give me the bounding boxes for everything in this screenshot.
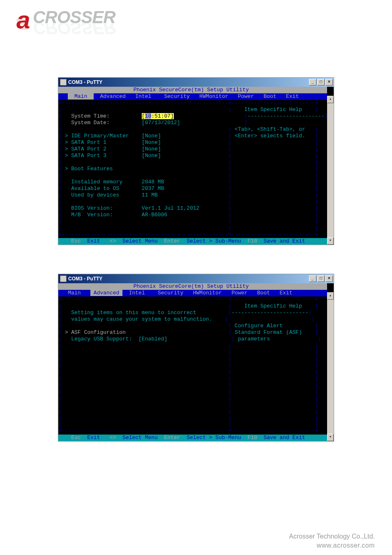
bios-body: | | Item Specific Help | | System Time: … xyxy=(58,106,327,231)
putty-window-main: COM3 - PuTTY _ □ × Phoenix SecureCore(tm… xyxy=(58,77,334,245)
sata-port-3[interactable]: > SATA Port 3 xyxy=(65,153,106,159)
terminal-area: Phoenix SecureCore(tm) Setup Utility Mai… xyxy=(58,87,334,245)
tab-intel[interactable]: Intel xyxy=(135,93,151,99)
warning-line-1: Setting items on this menu to incorrect xyxy=(71,310,196,316)
esc-key: Esc xyxy=(71,435,81,441)
tab-boot[interactable]: Boot xyxy=(263,93,276,99)
arrow-keys: <> xyxy=(110,435,116,441)
divider: +---------------------------------------… xyxy=(58,100,327,106)
divider: +---------------------------------------… xyxy=(58,428,327,435)
bios-version-label: BIOS Version: xyxy=(71,205,113,211)
system-time-label: System Time: xyxy=(71,113,110,119)
bios-utility-title: Phoenix SecureCore(tm) Setup Utility xyxy=(58,87,327,93)
tab-power[interactable]: Power xyxy=(231,290,247,296)
tab-hwmonitor[interactable]: HWMonitor xyxy=(193,290,222,296)
bios-body: | | Item Specific Help | | Setting items… xyxy=(58,303,327,428)
bios-menu-tabs[interactable]: Main Advanced Intel Security HWMonitor P… xyxy=(58,290,327,296)
installed-memory-value: 2048 MB xyxy=(142,179,164,185)
system-date-value[interactable]: [07/13/2012] xyxy=(142,120,180,126)
minimize-button[interactable]: _ xyxy=(309,275,316,282)
scroll-down-button[interactable]: ▾ xyxy=(327,434,334,441)
window-titlebar[interactable]: COM3 - PuTTY _ □ × xyxy=(58,274,334,283)
minimize-button[interactable]: _ xyxy=(309,79,316,86)
maximize-button[interactable]: □ xyxy=(317,79,325,86)
putty-icon xyxy=(60,79,67,86)
window-buttons: _ □ × xyxy=(309,79,333,86)
page-footer: Acrosser Technology Co.,Ltd. www.acrosse… xyxy=(289,533,375,549)
putty-window-advanced: COM3 - PuTTY _ □ × Phoenix SecureCore(tm… xyxy=(58,274,334,442)
window-scrollbar[interactable]: ▴ ▾ xyxy=(327,96,334,245)
sata-port-1[interactable]: > SATA Port 1 xyxy=(65,139,106,146)
tab-exit[interactable]: Exit xyxy=(286,93,299,99)
close-button[interactable]: × xyxy=(325,275,333,282)
help-line-1: Configure Alert xyxy=(235,323,283,329)
scroll-up-button[interactable]: ▴ xyxy=(327,292,334,300)
help-title: Item Specific Help xyxy=(244,106,302,113)
mb-version-label: M/B Version: xyxy=(71,212,113,218)
scroll-track[interactable] xyxy=(327,103,334,237)
tab-main[interactable]: Main xyxy=(68,93,93,99)
bios-footer-keys: Esc Exit <> Select Menu Enter Select > S… xyxy=(58,435,327,441)
close-button[interactable]: × xyxy=(325,79,333,86)
f10-key: F10 xyxy=(247,238,257,244)
esc-key: Esc xyxy=(71,238,81,244)
boot-features[interactable]: > Boot Features xyxy=(65,166,113,172)
tab-exit[interactable]: Exit xyxy=(279,290,292,296)
bios-utility-title: Phoenix SecureCore(tm) Setup Utility xyxy=(58,283,327,290)
help-line-2: Standard Format (ASF) xyxy=(235,329,302,335)
bios-menu-tabs[interactable]: Main Advanced Intel Security HWMonitor P… xyxy=(58,93,327,100)
bios-footer-keys: Esc Exit <> Select Menu Enter Select > S… xyxy=(58,238,327,245)
tab-advanced[interactable]: Advanced xyxy=(100,93,125,99)
used-by-devices-value: 11 MB xyxy=(142,192,158,198)
tab-main[interactable]: Main xyxy=(68,290,81,296)
warning-line-2: values may cause your system to malfunct… xyxy=(71,316,212,322)
tab-power[interactable]: Power xyxy=(238,93,254,99)
sata-port-2[interactable]: > SATA Port 2 xyxy=(65,146,106,152)
available-to-os-value: 2037 MB xyxy=(142,185,164,192)
scroll-down-button[interactable]: ▾ xyxy=(327,237,334,245)
divider: +---------------------------------------… xyxy=(58,231,327,238)
window-title: COM3 - PuTTY xyxy=(68,79,102,86)
window-title: COM3 - PuTTY xyxy=(68,275,102,282)
tab-advanced[interactable]: Advanced xyxy=(90,290,122,296)
scroll-up-button[interactable]: ▴ xyxy=(327,96,334,103)
help-line-3: parameters xyxy=(238,336,270,342)
scroll-track[interactable] xyxy=(327,300,334,434)
available-to-os-label: Available to OS xyxy=(71,185,119,192)
legacy-usb-label: Legacy USB Support: xyxy=(71,336,132,342)
window-buttons: _ □ × xyxy=(309,275,333,282)
company-url: www.acrosser.com xyxy=(289,542,375,549)
ide-primary-master[interactable]: > IDE Primary/Master xyxy=(65,133,129,139)
company-name: Acrosser Technology Co.,Ltd. xyxy=(289,533,375,540)
f10-key: F10 xyxy=(247,435,257,441)
tab-intel[interactable]: Intel xyxy=(129,290,145,296)
arrow-keys: <> xyxy=(110,238,116,244)
putty-icon xyxy=(60,275,67,282)
terminal-area: Phoenix SecureCore(tm) Setup Utility Mai… xyxy=(58,283,334,441)
tab-boot[interactable]: Boot xyxy=(257,290,270,296)
mb-version-value: AR-B6006 xyxy=(142,212,167,218)
divider: +---------------------------------------… xyxy=(58,296,327,303)
asf-configuration[interactable]: > ASF Configuration xyxy=(65,329,126,335)
enter-key: Enter xyxy=(164,238,180,244)
bios-version-value: Ver1.1 Jul 11,2012 xyxy=(142,205,199,211)
tab-hwmonitor[interactable]: HWMonitor xyxy=(199,93,228,99)
system-time-field[interactable]: 10 xyxy=(145,113,152,119)
tab-security[interactable]: Security xyxy=(158,290,183,296)
legacy-usb-value[interactable]: [Enabled] xyxy=(138,336,167,342)
help-line-2: <Enter> selects field. xyxy=(235,133,305,139)
window-titlebar[interactable]: COM3 - PuTTY _ □ × xyxy=(58,78,334,87)
maximize-button[interactable]: □ xyxy=(317,275,325,282)
enter-key: Enter xyxy=(164,435,180,441)
help-title: Item Specific Help xyxy=(244,303,302,309)
acrosser-logo: a CROSSER a CROSSER xyxy=(16,7,140,40)
help-line-1: <Tab>, <Shift-Tab>, or xyxy=(235,126,305,132)
used-by-devices-label: Used by devices xyxy=(71,192,119,198)
tab-security[interactable]: Security xyxy=(164,93,190,99)
window-scrollbar[interactable]: ▴ ▾ xyxy=(327,292,334,441)
system-date-label: System Date: xyxy=(71,120,110,126)
installed-memory-label: Installed memory xyxy=(71,179,122,185)
